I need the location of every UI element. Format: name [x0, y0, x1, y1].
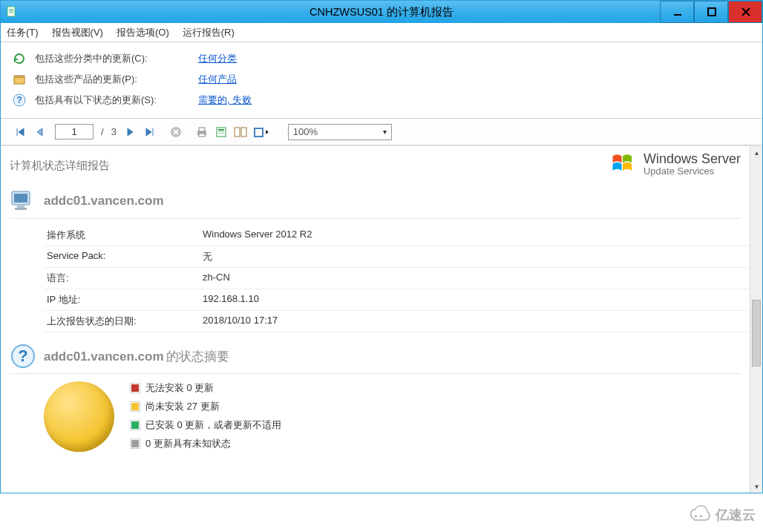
- svg-rect-29: [15, 208, 27, 210]
- windows-flag-icon: [609, 151, 636, 177]
- wsus-title: Windows Server: [644, 151, 741, 167]
- summary-suffix: 的状态摘要: [166, 349, 229, 364]
- svg-rect-21: [218, 133, 224, 134]
- toolbar-separator: [7, 123, 7, 141]
- scroll-down-button[interactable]: ▾: [750, 480, 762, 493]
- export-button[interactable]: [252, 124, 272, 140]
- app-icon: [1, 6, 23, 18]
- sp-key: Service Pack:: [47, 250, 203, 263]
- sp-value: 无: [203, 250, 212, 263]
- report-toolbar: / 3 100% ▾: [1, 119, 762, 145]
- swatch-red: [131, 384, 140, 393]
- svg-rect-9: [14, 76, 24, 78]
- window-controls: [660, 1, 762, 23]
- menu-view[interactable]: 报告视图(V): [52, 26, 103, 39]
- legend-installed-label: 已安装 0 更新，或者更新不适用: [145, 418, 281, 432]
- computer-icon: [10, 188, 36, 214]
- filter-status-row: ? 包括具有以下状态的更新(S): 需要的, 失败: [11, 90, 752, 111]
- filter-panel: 包括这些分类中的更新(C): 任何分类 包括这些产品的更新(P): 任何产品 ?…: [1, 42, 762, 119]
- current-page-input[interactable]: [55, 124, 94, 139]
- menu-tasks[interactable]: 任务(T): [7, 26, 39, 39]
- last-page-button[interactable]: [142, 124, 158, 140]
- swatch-yellow: [131, 402, 140, 411]
- scrollbar-thumb[interactable]: [752, 300, 761, 367]
- help-icon: ?: [11, 93, 27, 107]
- filter-status-link[interactable]: 需要的, 失败: [198, 93, 252, 107]
- filter-classifications-row: 包括这些分类中的更新(C): 任何分类: [11, 48, 752, 69]
- total-pages: 3: [111, 126, 117, 137]
- filter-products-row: 包括这些产品的更新(P): 任何产品: [11, 69, 752, 90]
- help-icon: ?: [10, 343, 36, 370]
- zoom-selector[interactable]: 100% ▾: [288, 124, 392, 140]
- scroll-up-button[interactable]: ▴: [750, 146, 762, 159]
- menu-bar: 任务(T) 报告视图(V) 报告选项(O) 运行报告(R): [1, 23, 762, 42]
- svg-rect-3: [9, 12, 13, 13]
- toolbar-separator: [277, 123, 278, 141]
- svg-rect-19: [218, 129, 224, 131]
- chevron-down-icon: ▾: [383, 128, 387, 136]
- page-setup-button[interactable]: [232, 124, 249, 140]
- os-key: 操作系统: [47, 229, 203, 242]
- legend-pending-label: 尚未安装 27 更新: [145, 400, 220, 413]
- wsus-logo-text: Windows Server Update Services: [644, 151, 741, 177]
- menu-run[interactable]: 运行报告(R): [183, 26, 235, 39]
- svg-rect-0: [7, 7, 15, 16]
- titlebar: CNHZWSUS01 的计算机报告: [1, 1, 762, 23]
- menu-options[interactable]: 报告选项(O): [117, 26, 169, 39]
- svg-rect-16: [199, 128, 205, 131]
- filter-products-link[interactable]: 任何产品: [198, 73, 237, 86]
- first-page-button[interactable]: [12, 124, 28, 140]
- svg-rect-22: [235, 128, 240, 137]
- content-area: 计算机状态详细报告 Windows Server Update Services: [1, 145, 762, 493]
- lastreport-key: 上次报告状态的日期:: [47, 315, 203, 328]
- filter-classifications-link[interactable]: 任何分类: [198, 52, 237, 65]
- svg-rect-28: [17, 206, 24, 208]
- svg-rect-17: [199, 134, 205, 137]
- svg-text:?: ?: [18, 347, 27, 365]
- status-pie-chart: [44, 381, 114, 452]
- print-layout-button[interactable]: [213, 124, 229, 140]
- computer-name: addc01.vancen.com: [44, 194, 164, 208]
- stop-button[interactable]: [168, 124, 184, 140]
- toolbar-separator: [163, 123, 163, 141]
- close-button[interactable]: [728, 1, 762, 23]
- swatch-green: [131, 421, 140, 430]
- minimize-button[interactable]: [660, 1, 694, 23]
- vertical-scrollbar[interactable]: ▴ ▾: [750, 146, 762, 493]
- next-page-button[interactable]: [122, 124, 139, 140]
- filter-classifications-label: 包括这些分类中的更新(C):: [35, 52, 198, 65]
- svg-rect-20: [218, 131, 224, 132]
- table-row: Service Pack:无: [44, 246, 750, 268]
- wsus-subtitle: Update Services: [644, 165, 741, 177]
- table-row: 语言:zh-CN: [44, 268, 750, 289]
- summary-computer-name: addc01.vancen.com: [44, 349, 164, 364]
- print-button[interactable]: [194, 124, 210, 140]
- maximize-button[interactable]: [694, 1, 728, 23]
- page-separator: /: [101, 126, 104, 137]
- swatch-gray: [131, 439, 140, 448]
- legend-failed: 无法安装 0 更新: [131, 381, 281, 395]
- summary-title: addc01.vancen.com 的状态摘要: [44, 348, 229, 365]
- computer-section-header: addc01.vancen.com: [10, 188, 741, 219]
- toolbar-separator: [189, 123, 189, 141]
- table-row: 操作系统Windows Server 2012 R2: [44, 225, 750, 246]
- svg-rect-1: [9, 9, 13, 10]
- os-value: Windows Server 2012 R2: [203, 229, 312, 242]
- legend-unknown: 0 更新具有未知状态: [131, 437, 281, 450]
- ip-value: 192.168.1.10: [203, 293, 259, 306]
- table-row: 上次报告状态的日期:2018/10/10 17:17: [44, 311, 750, 332]
- report-window: CNHZWSUS01 的计算机报告 任务(T) 报告视图(V) 报告选项(O) …: [0, 0, 763, 493]
- legend-installed: 已安装 0 更新，或者更新不适用: [131, 418, 281, 432]
- svg-rect-23: [241, 128, 246, 137]
- scrollbar-track[interactable]: [750, 159, 762, 480]
- lastreport-value: 2018/10/10 17:17: [203, 315, 278, 328]
- summary-section-header: ? addc01.vancen.com 的状态摘要: [10, 343, 741, 374]
- lang-value: zh-CN: [203, 272, 230, 285]
- filter-status-label: 包括具有以下状态的更新(S):: [35, 93, 198, 107]
- refresh-icon: [11, 52, 27, 65]
- svg-rect-5: [708, 8, 715, 16]
- lang-key: 语言:: [47, 272, 203, 285]
- svg-rect-2: [9, 10, 13, 11]
- svg-text:?: ?: [16, 95, 22, 105]
- prev-page-button[interactable]: [31, 124, 48, 140]
